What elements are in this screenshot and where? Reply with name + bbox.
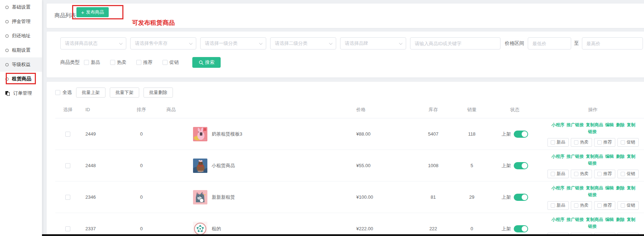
filter-select-2[interactable]: 请选择售中库存 [130, 37, 196, 49]
sidebar-item-6[interactable]: 租赁商品 [0, 72, 42, 86]
action-link-miniprogram[interactable]: 小程序 [551, 217, 564, 222]
row-checkbox[interactable] [65, 226, 70, 231]
checkbox-icon[interactable] [110, 60, 115, 65]
select-placeholder: 请选择一级分类 [205, 40, 238, 47]
action-link-edit[interactable]: 编辑 [605, 185, 614, 190]
table-row: 2346 0 新新新租赁 ¥100.00 81 29 上架 小程序推广链接复制商… [55, 181, 644, 213]
price-min-input[interactable] [528, 37, 571, 49]
plus-icon: + [81, 10, 84, 15]
filter-select-3[interactable]: 请选择一级分类 [200, 37, 266, 49]
column-header-7: 销量 [454, 107, 490, 113]
checkbox-icon[interactable] [574, 203, 578, 208]
checkbox-icon[interactable] [597, 172, 602, 176]
row-checkbox[interactable] [65, 195, 70, 200]
status-toggle[interactable] [514, 194, 528, 201]
tag-toggle-1[interactable]: 新品 [547, 170, 569, 178]
checkbox-icon[interactable] [551, 140, 555, 145]
checkbox-icon[interactable] [621, 203, 625, 208]
checkbox-icon[interactable] [574, 140, 578, 145]
select-placeholder: 请选择商品状态 [65, 40, 98, 47]
action-link-edit[interactable]: 编辑 [605, 154, 614, 159]
product-name: 新新新租赁 [212, 194, 235, 200]
sidebar-item-3[interactable]: 归还地址 [0, 29, 42, 43]
sidebar-item-7[interactable]: 订单管理 [0, 86, 42, 100]
page-header: 商品列表 + 发布商品 可发布租赁商品 [47, 4, 644, 28]
select-all[interactable]: 全选 [55, 89, 72, 96]
checkbox-icon[interactable] [551, 203, 555, 208]
product-name: 奶茶租赁模板3 [212, 131, 242, 137]
action-link-delete[interactable]: 删除 [616, 154, 625, 159]
type-checkbox-label: 新品 [91, 59, 100, 66]
status-toggle[interactable] [514, 225, 528, 232]
type-checkbox-2[interactable]: 热卖 [110, 59, 126, 66]
filter-select-5[interactable]: 请选择品牌 [340, 37, 406, 49]
action-link-miniprogram[interactable]: 小程序 [551, 154, 564, 159]
batch-button-2[interactable]: 批量下架 [110, 88, 139, 98]
batch-toolbar: 全选 批量上架批量下架批量删除 [55, 88, 644, 98]
publish-product-button[interactable]: + 发布商品 [76, 7, 109, 17]
row-checkbox[interactable] [65, 132, 70, 137]
type-checkbox-3[interactable]: 推荐 [136, 59, 152, 66]
tag-toggle-3[interactable]: 推荐 [594, 201, 615, 210]
sidebar-item-4[interactable]: 租期设置 [0, 43, 42, 57]
action-link-miniprogram[interactable]: 小程序 [551, 122, 564, 127]
select-placeholder: 请选择售中库存 [135, 40, 168, 47]
status-toggle[interactable] [514, 162, 528, 169]
product-sales: 118 [454, 131, 490, 137]
tag-toggle-3[interactable]: 推荐 [594, 170, 615, 178]
checkbox-icon[interactable] [621, 140, 625, 145]
checkbox-icon[interactable] [163, 60, 168, 65]
action-link-promotion-link[interactable]: 推广链接 [567, 185, 584, 190]
action-link-delete[interactable]: 删除 [616, 122, 625, 127]
filter-select-4[interactable]: 请选择二级分类 [270, 37, 336, 49]
sidebar-item-5[interactable]: 等级权益 [0, 57, 42, 72]
row-checkbox[interactable] [65, 163, 70, 168]
tag-toggle-3[interactable]: 推荐 [594, 138, 615, 147]
action-link-copy-product[interactable]: 复制商品 [586, 122, 603, 127]
sidebar-item-1[interactable]: 基础设置 [0, 0, 42, 14]
action-link-promotion-link[interactable]: 推广链接 [567, 122, 584, 127]
action-link-copy-product[interactable]: 复制商品 [586, 154, 603, 159]
product-type-label: 商品类型 [60, 59, 80, 66]
type-checkbox-1[interactable]: 新品 [84, 59, 100, 66]
action-link-delete[interactable]: 删除 [616, 185, 625, 190]
tag-toggle-1[interactable]: 新品 [547, 138, 569, 147]
checkbox-icon[interactable] [621, 172, 625, 176]
tag-toggle-2[interactable]: 热卖 [571, 138, 592, 147]
action-link-miniprogram[interactable]: 小程序 [551, 185, 564, 190]
sidebar-item-2[interactable]: 押金管理 [0, 14, 42, 29]
checkbox-icon[interactable] [551, 172, 555, 176]
action-link-promotion-link[interactable]: 推广链接 [567, 217, 584, 222]
checkbox-icon[interactable] [574, 172, 578, 176]
batch-button-3[interactable]: 批量删除 [144, 88, 173, 98]
checkbox-icon[interactable] [136, 60, 141, 65]
checkbox-icon[interactable] [597, 203, 602, 208]
tag-toggle-2[interactable]: 热卖 [571, 170, 592, 178]
chevron-down-icon [399, 41, 403, 45]
action-link-edit[interactable]: 编辑 [605, 217, 614, 222]
status-toggle[interactable] [514, 131, 528, 138]
price-max-input[interactable] [582, 37, 643, 49]
action-link-edit[interactable]: 编辑 [605, 122, 614, 127]
tag-toggle-4[interactable]: 促销 [617, 170, 639, 178]
type-checkbox-4[interactable]: 促销 [163, 59, 179, 66]
tag-toggle-4[interactable]: 促销 [617, 138, 639, 147]
checkbox-icon[interactable] [597, 140, 602, 145]
search-button[interactable]: 搜索 [192, 57, 221, 68]
product-sort: 0 [120, 131, 163, 137]
action-link-promotion-link[interactable]: 推广链接 [567, 154, 584, 159]
keyword-input[interactable] [410, 37, 500, 49]
action-link-delete[interactable]: 删除 [616, 217, 625, 222]
filter-select-1[interactable]: 请选择商品状态 [60, 37, 126, 49]
product-name: 租的 [212, 226, 221, 232]
checkbox-icon[interactable] [84, 60, 89, 65]
tag-toggle-4[interactable]: 促销 [617, 201, 639, 210]
action-link-copy-product[interactable]: 复制商品 [586, 185, 603, 190]
tag-toggle-2[interactable]: 热卖 [571, 201, 592, 210]
batch-button-1[interactable]: 批量上架 [76, 88, 105, 98]
select-placeholder: 请选择二级分类 [275, 40, 307, 47]
action-link-copy-product[interactable]: 复制商品 [586, 217, 603, 222]
tag-toggle-1[interactable]: 新品 [547, 201, 569, 210]
select-all-checkbox[interactable] [55, 90, 60, 95]
main-content: 商品列表 + 发布商品 可发布租赁商品 请选择商品状态请选择售中库存请选择一级分… [42, 0, 644, 236]
